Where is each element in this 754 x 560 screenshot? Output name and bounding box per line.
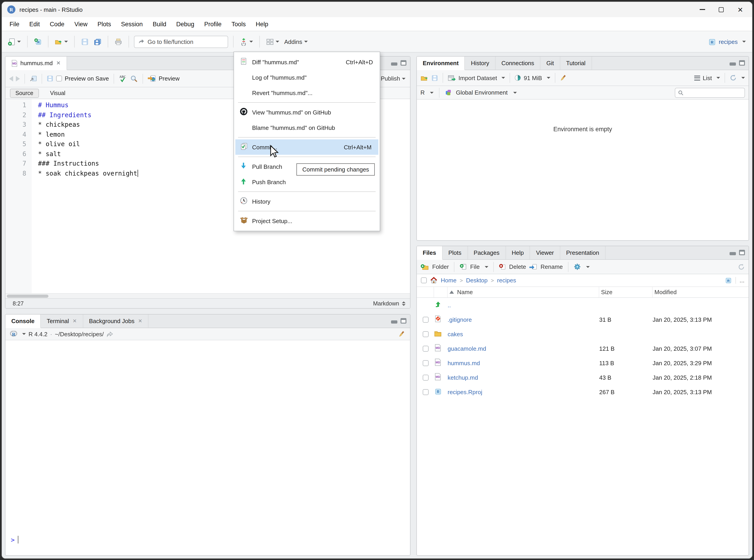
menu-view[interactable]: View bbox=[70, 21, 93, 27]
menu-build[interactable]: Build bbox=[148, 21, 171, 27]
maximize-pane-icon[interactable] bbox=[739, 250, 745, 255]
visual-mode-button[interactable]: Visual bbox=[45, 89, 71, 97]
git-menu-item-commit[interactable]: Commit...Ctrl+Alt+M bbox=[235, 139, 378, 155]
tab-viewer[interactable]: Viewer bbox=[530, 246, 560, 259]
minimize-pane-icon[interactable] bbox=[730, 250, 736, 255]
panes-layout-button[interactable] bbox=[265, 36, 281, 47]
tab-environment[interactable]: Environment bbox=[417, 57, 465, 70]
menu-plots[interactable]: Plots bbox=[93, 21, 116, 27]
git-menu-item-diff-hummus-md[interactable]: Diff "hummus.md"Ctrl+Alt+D bbox=[234, 54, 380, 70]
scrollbar-thumb[interactable] bbox=[7, 294, 48, 298]
file-checkbox[interactable] bbox=[422, 317, 429, 322]
tab-tutorial[interactable]: Tutorial bbox=[560, 57, 592, 70]
tab-terminal[interactable]: Terminal✕ bbox=[41, 315, 83, 328]
column-header-modified[interactable]: Modified bbox=[653, 287, 749, 297]
file-row[interactable]: Rrecipes.Rproj267 BJan 20, 2025, 3:13 PM bbox=[417, 385, 749, 399]
import-dataset-label[interactable]: Import Dataset bbox=[458, 75, 497, 81]
new-folder-button[interactable]: Folder bbox=[432, 263, 449, 270]
git-menu-item-view-hummus-md-on-github[interactable]: View "hummus.md" on GitHub bbox=[234, 104, 380, 120]
breadcrumb-desktop[interactable]: Desktop bbox=[466, 277, 488, 284]
refresh-files-icon[interactable] bbox=[738, 263, 745, 271]
minimize-pane-icon[interactable] bbox=[391, 60, 397, 65]
save-document-icon[interactable] bbox=[46, 75, 54, 82]
git-menu-item-blame-hummus-md-on-github[interactable]: Blame "hummus.md" on GitHub bbox=[234, 120, 380, 135]
preview-icon[interactable] bbox=[147, 75, 156, 82]
save-workspace-icon[interactable] bbox=[431, 75, 438, 81]
menu-code[interactable]: Code bbox=[45, 21, 70, 27]
git-toolbar-button[interactable] bbox=[239, 36, 254, 47]
tab-history[interactable]: History bbox=[465, 57, 496, 70]
goto-file-search[interactable] bbox=[134, 36, 228, 48]
tab-help[interactable]: Help bbox=[506, 246, 530, 259]
close-tab-icon[interactable]: ✕ bbox=[56, 60, 60, 66]
close-window-button[interactable]: ✕ bbox=[737, 6, 743, 13]
back-icon[interactable] bbox=[9, 76, 13, 81]
file-checkbox[interactable] bbox=[422, 375, 429, 380]
new-file-button-label[interactable]: File bbox=[470, 263, 480, 270]
global-environment-label[interactable]: Global Environment bbox=[456, 89, 508, 96]
menu-profile[interactable]: Profile bbox=[199, 21, 226, 27]
menu-session[interactable]: Session bbox=[116, 21, 148, 27]
file-row[interactable]: .gitignore31 BJan 20, 2025, 3:13 PM bbox=[417, 312, 749, 327]
list-view-label[interactable]: List bbox=[703, 75, 712, 81]
import-dataset-icon[interactable] bbox=[448, 75, 456, 81]
tab-connections[interactable]: Connections bbox=[496, 57, 541, 70]
file-row[interactable]: MDketchup.md43 BJan 20, 2025, 2:18 PM bbox=[417, 370, 749, 385]
minimize-window-button[interactable] bbox=[700, 9, 705, 10]
maximize-pane-icon[interactable] bbox=[400, 60, 406, 66]
clear-environment-broom-icon[interactable] bbox=[560, 74, 567, 81]
editor-tab-hummus-md[interactable]: MD hummus.md ✕ bbox=[5, 57, 67, 70]
publish-button[interactable]: Publish bbox=[381, 75, 405, 82]
more-path-button[interactable]: ... bbox=[735, 277, 745, 284]
tab-packages[interactable]: Packages bbox=[468, 246, 506, 259]
tab-presentation[interactable]: Presentation bbox=[560, 246, 606, 259]
breadcrumb-recipes[interactable]: recipes bbox=[497, 277, 516, 284]
document-type-label[interactable]: Markdown bbox=[373, 300, 399, 306]
tab-background-jobs[interactable]: Background Jobs✕ bbox=[83, 315, 148, 328]
tab-git[interactable]: Git bbox=[540, 57, 560, 70]
rename-button[interactable]: Rename bbox=[541, 263, 563, 270]
file-name-link[interactable]: ketchup.md bbox=[448, 374, 599, 381]
language-selector-icon[interactable] bbox=[402, 301, 405, 306]
load-workspace-icon[interactable] bbox=[420, 75, 429, 81]
preview-button-label[interactable]: Preview bbox=[159, 75, 180, 82]
project-menu-button[interactable]: R recipes bbox=[708, 38, 748, 45]
environment-search-box[interactable] bbox=[675, 87, 745, 98]
menu-debug[interactable]: Debug bbox=[171, 21, 199, 27]
menu-help[interactable]: Help bbox=[251, 21, 273, 27]
open-file-button[interactable] bbox=[54, 36, 69, 47]
breadcrumb-home[interactable]: Home bbox=[441, 277, 456, 284]
maximize-window-button[interactable] bbox=[719, 7, 724, 12]
file-name-link[interactable]: .gitignore bbox=[448, 316, 599, 323]
file-row[interactable]: .. bbox=[417, 298, 749, 312]
menu-tools[interactable]: Tools bbox=[226, 21, 251, 27]
column-header-size[interactable]: Size bbox=[599, 287, 653, 297]
file-name-link[interactable]: cakes bbox=[448, 331, 599, 337]
file-name-link[interactable]: recipes.Rproj bbox=[448, 388, 599, 395]
maximize-pane-icon[interactable] bbox=[400, 318, 406, 323]
console-output-area[interactable]: > bbox=[5, 340, 410, 555]
new-project-button[interactable]: R bbox=[33, 36, 43, 47]
home-icon[interactable] bbox=[430, 277, 438, 284]
file-name-link[interactable]: guacamole.md bbox=[448, 345, 599, 352]
r-version-caret-icon[interactable] bbox=[22, 333, 26, 335]
maximize-pane-icon[interactable] bbox=[739, 60, 745, 66]
addins-button[interactable]: Addins bbox=[283, 37, 309, 46]
language-selector-label[interactable]: R bbox=[420, 89, 425, 96]
refresh-icon[interactable] bbox=[730, 74, 737, 81]
share-directory-icon[interactable] bbox=[106, 331, 113, 337]
delete-button[interactable]: Delete bbox=[509, 263, 526, 270]
gear-icon[interactable] bbox=[573, 263, 581, 271]
select-all-checkbox[interactable] bbox=[421, 277, 427, 283]
clear-console-broom-icon[interactable] bbox=[398, 331, 405, 338]
file-checkbox[interactable] bbox=[422, 331, 429, 337]
forward-icon[interactable] bbox=[16, 76, 20, 81]
file-checkbox[interactable] bbox=[422, 345, 429, 352]
file-name-link[interactable]: hummus.md bbox=[448, 360, 599, 366]
git-menu-item-push-branch[interactable]: Push Branch bbox=[234, 174, 380, 189]
git-menu-item-history[interactable]: History bbox=[234, 194, 380, 209]
file-row[interactable]: cakes bbox=[417, 327, 749, 341]
save-button[interactable] bbox=[80, 36, 90, 47]
menu-edit[interactable]: Edit bbox=[24, 21, 45, 27]
file-row[interactable]: MDguacamole.md121 BJan 20, 2025, 3:07 PM bbox=[417, 341, 749, 356]
